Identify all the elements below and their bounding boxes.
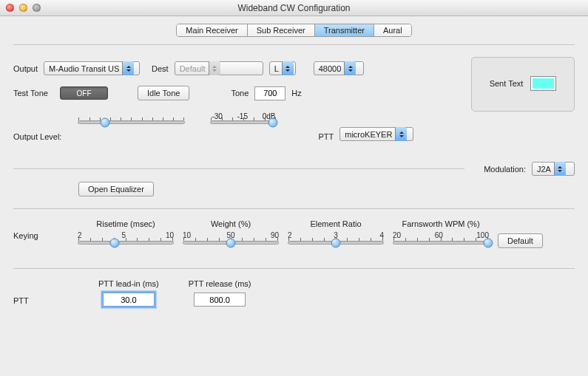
tone-label: Tone: [231, 89, 249, 98]
farnsworth-label: Farnsworth WPM (%): [402, 219, 479, 228]
output-level-label: Output Level:: [13, 132, 61, 141]
test-tone-label: Test Tone: [13, 89, 54, 98]
output-device-value: M-Audio Transit US: [49, 64, 122, 73]
sent-text-group: Sent Text: [471, 57, 575, 112]
dest-value: Default: [180, 64, 209, 73]
updown-icon: [282, 61, 294, 75]
idle-tone-button[interactable]: Idle Tone: [138, 86, 189, 100]
ptt-leadin-label: PTT lead-in (ms): [98, 279, 159, 288]
farnsworth-slider[interactable]: 20 60 100: [393, 231, 489, 252]
updown-icon: [395, 127, 407, 141]
window-title: Wideband CW Configuration: [0, 3, 588, 13]
output-label: Output: [13, 64, 38, 73]
channel-select[interactable]: L: [269, 61, 296, 75]
ptt-select[interactable]: microKEYER: [339, 127, 413, 141]
tab-sub-receiver[interactable]: Sub Receiver: [248, 24, 315, 36]
sample-rate-select[interactable]: 48000: [314, 61, 364, 75]
channel-value: L: [274, 64, 282, 73]
ptt-release-label: PTT release (ms): [189, 279, 251, 288]
modulation-value: J2A: [537, 165, 554, 174]
output-device-select[interactable]: M-Audio Transit US: [44, 61, 140, 75]
dest-label: Dest: [152, 64, 169, 73]
updown-icon: [209, 61, 220, 75]
risetime-label: Risetime (msec): [96, 219, 155, 228]
ptt-select-label: PTT: [318, 132, 334, 141]
tab-bar: Main Receiver Sub Receiver Transmitter A…: [176, 24, 411, 37]
output-level-slider-a[interactable]: [78, 120, 185, 141]
ptt-release-input[interactable]: [194, 293, 246, 307]
open-equalizer-button[interactable]: Open Equalizer: [78, 182, 154, 196]
ratio-label: Element Ratio: [310, 219, 361, 228]
tab-main-receiver[interactable]: Main Receiver: [177, 24, 247, 36]
sent-text-color-swatch[interactable]: [530, 76, 556, 91]
risetime-slider[interactable]: 2 5 10: [78, 231, 174, 252]
ptt-section-label: PTT: [13, 296, 69, 307]
tone-unit: Hz: [291, 89, 301, 98]
modulation-label: Modulation:: [484, 165, 526, 174]
keying-default-button[interactable]: Default: [498, 233, 543, 248]
sent-text-label: Sent Text: [490, 79, 524, 88]
tab-transmitter[interactable]: Transmitter: [315, 24, 374, 36]
tab-aural[interactable]: Aural: [374, 24, 411, 36]
updown-icon: [344, 61, 356, 75]
weight-slider[interactable]: 10 50 90: [183, 231, 279, 252]
updown-icon: [554, 162, 566, 176]
ptt-leadin-input[interactable]: [103, 293, 155, 307]
ratio-slider[interactable]: 2 3 4: [288, 231, 384, 252]
test-tone-toggle[interactable]: OFF: [60, 86, 108, 100]
updown-icon: [122, 61, 134, 75]
sample-rate-value: 48000: [319, 64, 345, 73]
ptt-select-value: microKEYER: [345, 130, 395, 139]
dest-select[interactable]: Default: [175, 61, 263, 75]
title-bar: Wideband CW Configuration: [0, 0, 588, 16]
test-tone-state: OFF: [77, 89, 92, 98]
weight-label: Weight (%): [211, 219, 251, 228]
tone-input[interactable]: [254, 86, 285, 100]
modulation-select[interactable]: J2A: [532, 162, 575, 176]
keying-label: Keying: [13, 231, 69, 240]
output-level-slider-b[interactable]: [210, 120, 277, 141]
